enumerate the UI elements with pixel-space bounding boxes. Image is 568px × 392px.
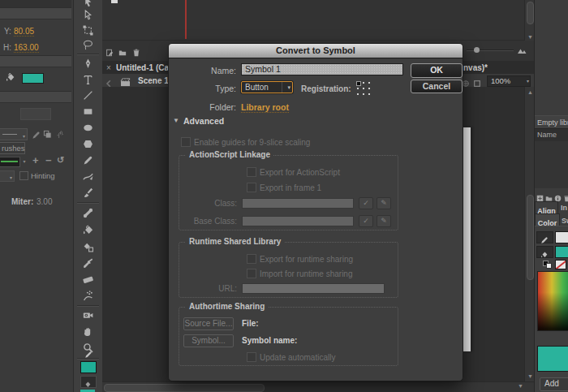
reset-brush-button[interactable]: ↺ [57,155,64,166]
new-layer-icon[interactable] [105,45,114,60]
spray-brush-tool[interactable] [74,289,102,302]
delete-layer-icon[interactable] [132,45,140,60]
eraser-tool[interactable] [74,273,102,286]
document-tab-right[interactable]: nvas)* [463,63,488,72]
scroll-right-arrow[interactable]: ▼ [518,383,523,389]
new-folder-icon[interactable] [118,45,127,60]
cancel-button[interactable]: Cancel [411,80,463,93]
stroke-color-button[interactable] [536,231,553,243]
hinting-dropdown[interactable]: ▾ [0,170,15,182]
lasso-tool[interactable] [74,38,102,51]
pressure-icon[interactable] [56,127,65,142]
horizontal-scrollbar[interactable]: ▼ [102,381,534,392]
base-class-input[interactable] [242,216,354,226]
bone-tool[interactable] [74,206,102,219]
actionscript-linkage-title: ActionScript Linkage [186,150,273,159]
export-frame-checkbox[interactable] [247,183,256,192]
hand-tool[interactable] [74,325,102,338]
rectangle-tool[interactable] [74,105,102,118]
fill-color-swatch[interactable] [555,246,568,258]
pen-tool[interactable] [74,57,102,70]
tab-swatches[interactable]: Sw [562,217,568,225]
hinting-checkbox[interactable] [19,171,28,180]
section-header[interactable] [0,91,71,103]
enable-guides-checkbox[interactable] [181,137,191,147]
remove-brush-button[interactable]: − [45,154,52,166]
edit-class-button[interactable]: ✎ [377,197,391,209]
ink-bottle-tool[interactable] [74,240,102,253]
playhead[interactable] [185,0,187,39]
validate-class-button[interactable]: ✓ [359,197,373,209]
stroke-style-dropdown[interactable]: ▾ [0,128,28,140]
source-file-button[interactable]: Source File... [183,317,234,330]
eyedropper-tool[interactable] [74,256,102,269]
h-value[interactable]: 163.00 [14,43,39,53]
stroke-size-field[interactable] [20,108,51,120]
stroke-color-swatch[interactable] [555,231,568,243]
url-label: URL: [186,284,237,293]
runtime-shared-title: Runtime Shared Library [186,237,284,246]
line-tool[interactable] [74,88,102,101]
pencil-tool[interactable] [74,153,102,166]
tab-align[interactable]: Align [535,201,558,213]
import-sharing-checkbox[interactable] [247,269,256,278]
update-auto-checkbox[interactable] [247,352,256,362]
section-header[interactable] [0,7,71,19]
url-input[interactable] [242,283,385,294]
color-picker-gradient[interactable] [537,271,568,331]
deco-brush-tool[interactable] [74,170,102,183]
paint-bucket-tool[interactable] [74,223,102,236]
dialog-title-bar[interactable]: Convert to Symbol [169,44,463,58]
polystar-tool[interactable] [74,137,102,150]
tab-info[interactable]: In [561,204,567,212]
timeline-zoom-handle[interactable] [474,47,480,53]
registration-grid[interactable] [356,81,370,95]
miter-value[interactable]: 3.00 [37,197,52,206]
swap-colors-button[interactable] [80,376,97,388]
edit-base-class-button[interactable]: ✎ [377,215,391,227]
timeline-scroll-down: ▼ [527,34,533,40]
no-color-swatch[interactable] [555,260,566,269]
tab-close-icon[interactable]: × [106,63,111,72]
fill-bucket-icon[interactable] [5,71,16,86]
export-as-checkbox[interactable] [247,167,256,177]
current-color-swatch[interactable] [537,346,568,372]
type-dropdown[interactable]: Button ▾ [241,81,293,93]
class-input[interactable] [242,198,354,209]
fill-color-swatch[interactable] [22,73,44,84]
fill-color-chip[interactable] [80,361,97,373]
free-transform-tool[interactable] [74,24,102,37]
add-button[interactable]: Add [540,377,568,391]
name-input[interactable]: Symbol 1 [241,63,403,75]
symbol-button[interactable]: Symbol... [183,334,234,347]
zoom-tool[interactable] [74,341,102,354]
ok-button[interactable]: OK [411,63,463,78]
copy-style-icon[interactable] [43,127,52,142]
authortime-sharing-group: Authortime Sharing Source File... File: … [179,307,398,366]
zoom-control[interactable]: 100% ▾ [487,75,531,87]
scene-label[interactable]: Scene 1 [138,76,169,85]
section-header[interactable] [0,55,71,67]
export-sharing-checkbox[interactable] [247,254,256,264]
camera-tool[interactable] [74,308,102,321]
advanced-collapse-arrow[interactable]: ▼ [173,117,179,124]
folder-link[interactable]: Library root [241,102,289,113]
fill-color-button[interactable] [536,246,553,258]
brush-dropdown-arrow[interactable]: ▾ [20,157,28,167]
bw-swatch-icon[interactable] [543,261,551,268]
validate-base-class-button[interactable]: ✓ [359,215,373,227]
brush-preview-swatch[interactable] [0,157,20,167]
advanced-label[interactable]: Advanced [183,116,224,126]
y-value[interactable]: 80.05 [14,27,34,37]
edit-stroke-icon[interactable] [32,128,41,143]
paintbrush-tool[interactable] [74,186,102,199]
oval-tool[interactable] [74,121,102,134]
brushes-button[interactable]: rushes [0,142,25,154]
subselection-tool[interactable] [74,8,102,21]
library-name-header[interactable]: Name [535,128,568,142]
selection-tool[interactable] [74,0,102,8]
library-list[interactable] [535,141,568,188]
add-brush-button[interactable]: + [32,154,39,166]
text-tool[interactable] [74,73,102,86]
tab-color[interactable]: Color [535,213,560,226]
